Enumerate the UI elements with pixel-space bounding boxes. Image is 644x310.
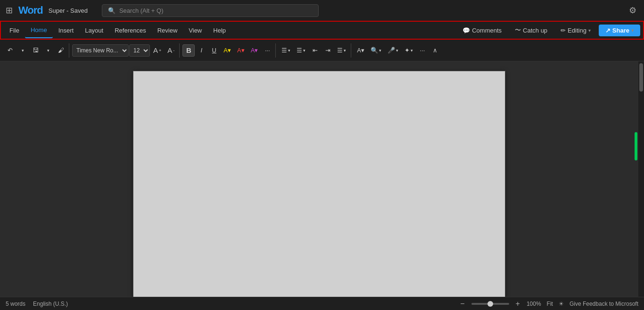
search-placeholder: Search (Alt + Q) bbox=[119, 7, 164, 14]
tab-insert[interactable]: Insert bbox=[53, 23, 80, 38]
zoom-slider-thumb bbox=[487, 301, 493, 307]
style-group: B I U A▾ A▾ A▾ ··· bbox=[181, 43, 276, 58]
title-bar-left: ⊞ Word Super - Saved bbox=[4, 3, 88, 17]
styles-button[interactable]: A▾ bbox=[354, 44, 367, 57]
doc-title: Super - Saved bbox=[49, 7, 88, 14]
zoom-out-button[interactable]: − bbox=[459, 300, 465, 308]
highlight-icon: A▾ bbox=[223, 47, 231, 54]
tab-references[interactable]: References bbox=[109, 23, 151, 38]
brightness-icon[interactable]: ☀ bbox=[559, 301, 564, 307]
dictate-button[interactable]: 🎤▾ bbox=[385, 44, 401, 57]
editing-label: Editing bbox=[568, 27, 586, 34]
undo-redo-group: ↶ ▾ 🖫 ▾ 🖌 bbox=[2, 43, 69, 58]
word-logo: Word bbox=[18, 4, 43, 17]
font-decrease-button[interactable]: A- bbox=[165, 44, 177, 57]
tab-help[interactable]: Help bbox=[207, 23, 231, 38]
font-color-button[interactable]: A▾ bbox=[234, 44, 248, 57]
bullet-list-button[interactable]: ☰▾ bbox=[279, 44, 293, 57]
tab-review[interactable]: Review bbox=[152, 23, 183, 38]
editing-button[interactable]: ✏ Editing ▾ bbox=[555, 24, 596, 37]
numbered-list-button[interactable]: ☰▾ bbox=[294, 44, 308, 57]
copilot-button[interactable]: ✦▾ bbox=[402, 44, 416, 57]
font-increase-button[interactable]: A+ bbox=[150, 44, 164, 57]
font-group: Times New Ro... 12 A+ A- bbox=[70, 43, 180, 58]
settings-icon[interactable]: ⚙ bbox=[625, 3, 640, 17]
align-button[interactable]: ☰▾ bbox=[334, 44, 349, 57]
status-bar: 5 words English (U.S.) − + 100% Fit ☀ Gi… bbox=[0, 297, 644, 310]
search-input[interactable]: 🔍 Search (Alt + Q) bbox=[102, 4, 319, 17]
catch-up-icon: 〜 bbox=[515, 26, 521, 34]
language: English (U.S.) bbox=[33, 301, 68, 307]
tab-home[interactable]: Home bbox=[25, 23, 53, 38]
tab-file[interactable]: File bbox=[4, 23, 25, 38]
tab-view[interactable]: View bbox=[183, 23, 207, 38]
share-button[interactable]: ↗ Share ▾ bbox=[599, 25, 640, 36]
share-chevron-icon: ▾ bbox=[631, 28, 634, 33]
status-bar-right: − + 100% Fit ☀ Give Feedback to Microsof… bbox=[459, 300, 638, 308]
share-icon: ↗ bbox=[605, 27, 611, 34]
save-button[interactable]: 🖫 bbox=[29, 44, 41, 57]
text-effects-icon: A▾ bbox=[251, 47, 258, 54]
styles-group: A▾ 🔍▾ 🎤▾ ✦▾ ··· ∧ bbox=[352, 43, 443, 58]
highlight-button[interactable]: A▾ bbox=[221, 44, 234, 57]
search-icon: 🔍 bbox=[108, 7, 116, 14]
indent-button[interactable]: ⇥ bbox=[322, 44, 334, 57]
text-effects-button[interactable]: A▾ bbox=[248, 44, 261, 57]
list-group: ☰▾ ☰▾ ⇤ ⇥ ☰▾ bbox=[277, 43, 351, 58]
editing-chevron-icon: ▾ bbox=[588, 28, 591, 33]
doc-scroll[interactable] bbox=[0, 61, 638, 297]
word-count: 5 words bbox=[6, 301, 25, 307]
collapse-toolbar-button[interactable]: ∧ bbox=[429, 44, 441, 57]
scrollbar-track[interactable] bbox=[638, 61, 644, 297]
editing-icon: ✏ bbox=[561, 27, 566, 34]
catch-up-button[interactable]: 〜 Catch up bbox=[510, 23, 553, 37]
font-size-selector[interactable]: 12 bbox=[129, 44, 150, 57]
more-toolbar-button[interactable]: ··· bbox=[416, 44, 429, 57]
more-formatting-button[interactable]: ··· bbox=[261, 44, 273, 57]
app-grid-icon[interactable]: ⊞ bbox=[4, 3, 15, 17]
find-button[interactable]: 🔍▾ bbox=[368, 44, 384, 57]
italic-button[interactable]: I bbox=[195, 44, 207, 57]
title-bar: ⊞ Word Super - Saved 🔍 Search (Alt + Q) … bbox=[0, 0, 644, 21]
green-side-indicator bbox=[635, 132, 637, 160]
outdent-button[interactable]: ⇤ bbox=[309, 44, 321, 57]
font-color-icon: A▾ bbox=[237, 47, 245, 54]
underline-button[interactable]: U bbox=[208, 44, 220, 57]
zoom-in-button[interactable]: + bbox=[515, 300, 521, 308]
feedback-label[interactable]: Give Feedback to Microsoft bbox=[570, 301, 638, 307]
search-bar: 🔍 Search (Alt + Q) bbox=[102, 4, 611, 17]
undo-dropdown-button[interactable]: ▾ bbox=[17, 44, 29, 57]
doc-area bbox=[0, 61, 644, 297]
scrollbar-thumb[interactable] bbox=[639, 63, 643, 92]
zoom-percent: 100% bbox=[527, 301, 541, 307]
save-dropdown-button[interactable]: ▾ bbox=[42, 44, 54, 57]
font-name-selector[interactable]: Times New Ro... bbox=[72, 44, 129, 57]
comments-icon: 💬 bbox=[462, 27, 470, 34]
toolbar: ↶ ▾ 🖫 ▾ 🖌 Times New Ro... 12 A+ A- B I U… bbox=[0, 40, 644, 61]
command-bar: File Home Insert Layout References Revie… bbox=[0, 21, 644, 40]
bold-button[interactable]: B bbox=[182, 44, 195, 57]
tab-layout[interactable]: Layout bbox=[79, 23, 109, 38]
cmd-bar-right: 💬 Comments 〜 Catch up ✏ Editing ▾ ↗ Shar… bbox=[457, 23, 640, 37]
share-label: Share bbox=[612, 27, 629, 34]
undo-button[interactable]: ↶ bbox=[4, 44, 16, 57]
zoom-slider[interactable] bbox=[471, 303, 509, 305]
title-bar-right: ⚙ bbox=[625, 3, 640, 17]
doc-page bbox=[133, 71, 505, 297]
comments-button[interactable]: 💬 Comments bbox=[457, 24, 507, 37]
format-painter-button[interactable]: 🖌 bbox=[55, 44, 67, 57]
fit-label[interactable]: Fit bbox=[547, 301, 553, 307]
menu-tabs: File Home Insert Layout References Revie… bbox=[4, 23, 231, 38]
comments-label: Comments bbox=[472, 27, 502, 34]
catch-up-label: Catch up bbox=[523, 27, 547, 34]
